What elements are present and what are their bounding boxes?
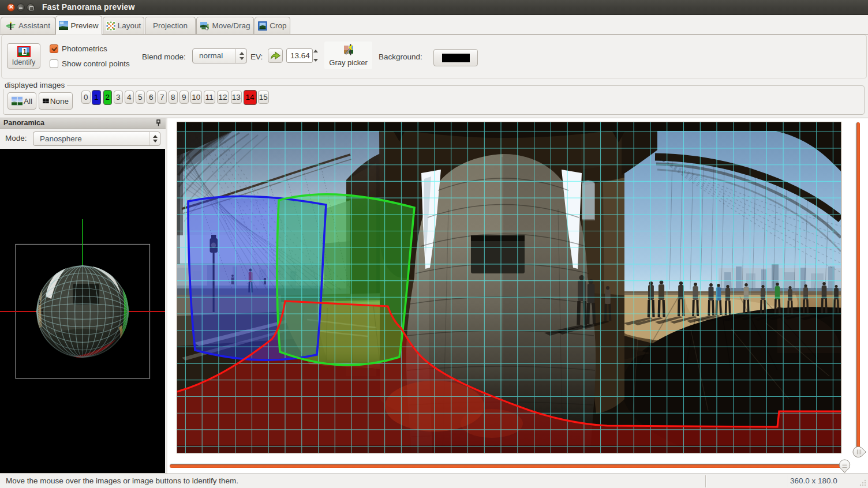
svg-text:1: 1 xyxy=(23,48,27,55)
svg-text:GL: GL xyxy=(60,21,65,25)
